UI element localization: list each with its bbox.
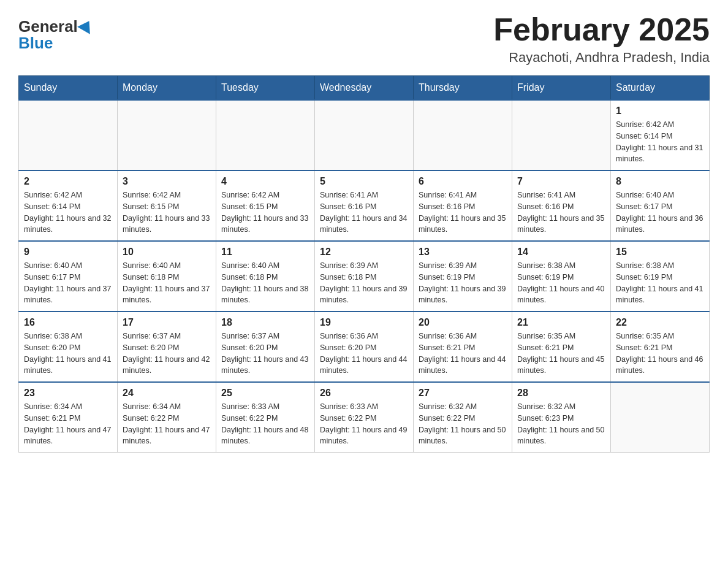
calendar-cell: 14Sunrise: 6:38 AMSunset: 6:19 PMDayligh… (512, 241, 611, 312)
day-number: 7 (517, 176, 605, 187)
weekday-header-sunday: Sunday (19, 76, 118, 101)
weekday-header-monday: Monday (118, 76, 216, 101)
day-info: Sunrise: 6:33 AMSunset: 6:22 PMDaylight:… (320, 401, 408, 447)
day-number: 9 (24, 247, 112, 258)
calendar-cell: 12Sunrise: 6:39 AMSunset: 6:18 PMDayligh… (315, 241, 414, 312)
calendar-cell (414, 100, 512, 170)
day-info: Sunrise: 6:35 AMSunset: 6:21 PMDaylight:… (517, 331, 605, 377)
day-info: Sunrise: 6:40 AMSunset: 6:17 PMDaylight:… (616, 190, 704, 236)
day-info: Sunrise: 6:42 AMSunset: 6:14 PMDaylight:… (616, 119, 704, 165)
day-number: 19 (320, 317, 408, 328)
calendar-cell: 10Sunrise: 6:40 AMSunset: 6:18 PMDayligh… (118, 241, 216, 312)
day-number: 27 (419, 388, 507, 399)
day-number: 13 (419, 247, 507, 258)
day-number: 22 (616, 317, 704, 328)
calendar-cell: 24Sunrise: 6:34 AMSunset: 6:22 PMDayligh… (118, 382, 216, 453)
day-info: Sunrise: 6:35 AMSunset: 6:21 PMDaylight:… (616, 331, 704, 377)
calendar-cell: 5Sunrise: 6:41 AMSunset: 6:16 PMDaylight… (315, 170, 414, 241)
day-info: Sunrise: 6:38 AMSunset: 6:19 PMDaylight:… (517, 260, 605, 306)
calendar-cell: 20Sunrise: 6:36 AMSunset: 6:21 PMDayligh… (414, 312, 512, 382)
day-number: 17 (123, 317, 211, 328)
calendar-cell (216, 100, 315, 170)
day-number: 10 (123, 247, 211, 258)
day-number: 23 (24, 388, 112, 399)
calendar-week-4: 16Sunrise: 6:38 AMSunset: 6:20 PMDayligh… (19, 312, 710, 382)
day-info: Sunrise: 6:36 AMSunset: 6:21 PMDaylight:… (419, 331, 507, 377)
weekday-header-tuesday: Tuesday (216, 76, 315, 101)
calendar-cell (118, 100, 216, 170)
calendar-cell: 6Sunrise: 6:41 AMSunset: 6:16 PMDaylight… (414, 170, 512, 241)
logo-blue-text: Blue (18, 34, 53, 53)
day-info: Sunrise: 6:32 AMSunset: 6:22 PMDaylight:… (419, 401, 507, 447)
day-number: 15 (616, 247, 704, 258)
calendar-cell: 18Sunrise: 6:37 AMSunset: 6:20 PMDayligh… (216, 312, 315, 382)
day-info: Sunrise: 6:40 AMSunset: 6:17 PMDaylight:… (24, 260, 112, 306)
calendar-cell (611, 382, 710, 453)
calendar-week-5: 23Sunrise: 6:34 AMSunset: 6:21 PMDayligh… (19, 382, 710, 453)
calendar-cell: 9Sunrise: 6:40 AMSunset: 6:17 PMDaylight… (19, 241, 118, 312)
calendar-cell (315, 100, 414, 170)
logo-triangle-icon (77, 17, 96, 34)
calendar-week-1: 1Sunrise: 6:42 AMSunset: 6:14 PMDaylight… (19, 100, 710, 170)
day-number: 21 (517, 317, 605, 328)
day-info: Sunrise: 6:39 AMSunset: 6:18 PMDaylight:… (320, 260, 408, 306)
calendar-cell: 1Sunrise: 6:42 AMSunset: 6:14 PMDaylight… (611, 100, 710, 170)
calendar-cell: 16Sunrise: 6:38 AMSunset: 6:20 PMDayligh… (19, 312, 118, 382)
calendar-cell: 26Sunrise: 6:33 AMSunset: 6:22 PMDayligh… (315, 382, 414, 453)
calendar-cell: 4Sunrise: 6:42 AMSunset: 6:15 PMDaylight… (216, 170, 315, 241)
day-info: Sunrise: 6:34 AMSunset: 6:22 PMDaylight:… (123, 401, 211, 447)
weekday-header-wednesday: Wednesday (315, 76, 414, 101)
day-number: 14 (517, 247, 605, 258)
day-info: Sunrise: 6:42 AMSunset: 6:15 PMDaylight:… (221, 190, 309, 236)
day-number: 8 (616, 176, 704, 187)
calendar-week-3: 9Sunrise: 6:40 AMSunset: 6:17 PMDaylight… (19, 241, 710, 312)
calendar-cell: 28Sunrise: 6:32 AMSunset: 6:23 PMDayligh… (512, 382, 611, 453)
calendar-cell (19, 100, 118, 170)
calendar-cell: 7Sunrise: 6:41 AMSunset: 6:16 PMDaylight… (512, 170, 611, 241)
logo: General Blue (18, 12, 94, 53)
day-info: Sunrise: 6:36 AMSunset: 6:20 PMDaylight:… (320, 331, 408, 377)
calendar-cell: 11Sunrise: 6:40 AMSunset: 6:18 PMDayligh… (216, 241, 315, 312)
calendar-week-2: 2Sunrise: 6:42 AMSunset: 6:14 PMDaylight… (19, 170, 710, 241)
calendar-cell: 13Sunrise: 6:39 AMSunset: 6:19 PMDayligh… (414, 241, 512, 312)
day-number: 1 (616, 105, 704, 117)
day-number: 16 (24, 317, 112, 328)
day-info: Sunrise: 6:41 AMSunset: 6:16 PMDaylight:… (419, 190, 507, 236)
day-number: 28 (517, 388, 605, 399)
day-number: 3 (123, 176, 211, 187)
calendar-cell: 17Sunrise: 6:37 AMSunset: 6:20 PMDayligh… (118, 312, 216, 382)
calendar-cell: 3Sunrise: 6:42 AMSunset: 6:15 PMDaylight… (118, 170, 216, 241)
day-info: Sunrise: 6:40 AMSunset: 6:18 PMDaylight:… (221, 260, 309, 306)
day-info: Sunrise: 6:38 AMSunset: 6:20 PMDaylight:… (24, 331, 112, 377)
day-info: Sunrise: 6:39 AMSunset: 6:19 PMDaylight:… (419, 260, 507, 306)
day-number: 6 (419, 176, 507, 187)
calendar-table: SundayMondayTuesdayWednesdayThursdayFrid… (18, 75, 710, 453)
calendar-cell: 23Sunrise: 6:34 AMSunset: 6:21 PMDayligh… (19, 382, 118, 453)
day-info: Sunrise: 6:37 AMSunset: 6:20 PMDaylight:… (221, 331, 309, 377)
day-info: Sunrise: 6:38 AMSunset: 6:19 PMDaylight:… (616, 260, 704, 306)
day-info: Sunrise: 6:40 AMSunset: 6:18 PMDaylight:… (123, 260, 211, 306)
weekday-header-row: SundayMondayTuesdayWednesdayThursdayFrid… (19, 76, 710, 101)
day-number: 24 (123, 388, 211, 399)
day-number: 26 (320, 388, 408, 399)
calendar-cell: 22Sunrise: 6:35 AMSunset: 6:21 PMDayligh… (611, 312, 710, 382)
day-info: Sunrise: 6:32 AMSunset: 6:23 PMDaylight:… (517, 401, 605, 447)
calendar-cell (512, 100, 611, 170)
day-info: Sunrise: 6:41 AMSunset: 6:16 PMDaylight:… (320, 190, 408, 236)
day-number: 18 (221, 317, 309, 328)
calendar-cell: 19Sunrise: 6:36 AMSunset: 6:20 PMDayligh… (315, 312, 414, 382)
day-number: 5 (320, 176, 408, 187)
calendar-cell: 21Sunrise: 6:35 AMSunset: 6:21 PMDayligh… (512, 312, 611, 382)
day-info: Sunrise: 6:33 AMSunset: 6:22 PMDaylight:… (221, 401, 309, 447)
day-number: 11 (221, 247, 309, 258)
day-number: 25 (221, 388, 309, 399)
calendar-cell: 27Sunrise: 6:32 AMSunset: 6:22 PMDayligh… (414, 382, 512, 453)
location-text: Rayachoti, Andhra Pradesh, India (493, 50, 710, 66)
day-number: 20 (419, 317, 507, 328)
calendar-cell: 15Sunrise: 6:38 AMSunset: 6:19 PMDayligh… (611, 241, 710, 312)
title-block: February 2025 Rayachoti, Andhra Pradesh,… (493, 12, 710, 66)
day-info: Sunrise: 6:42 AMSunset: 6:15 PMDaylight:… (123, 190, 211, 236)
weekday-header-thursday: Thursday (414, 76, 512, 101)
day-info: Sunrise: 6:41 AMSunset: 6:16 PMDaylight:… (517, 190, 605, 236)
day-info: Sunrise: 6:34 AMSunset: 6:21 PMDaylight:… (24, 401, 112, 447)
